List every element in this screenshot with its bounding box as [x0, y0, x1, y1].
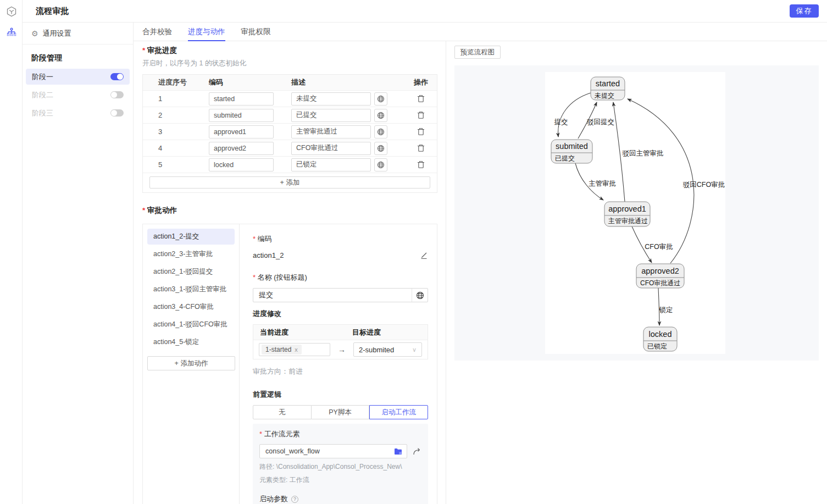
globe-icon[interactable]: [374, 109, 387, 122]
edit-icon[interactable]: [420, 251, 428, 259]
action-code-value: action1_2: [253, 251, 284, 259]
app-logo-icon[interactable]: [5, 5, 18, 18]
action-list-item[interactable]: action1_2-提交: [147, 229, 235, 245]
folder-icon[interactable]: [394, 448, 402, 455]
progress-section-title: 审批进度: [142, 46, 437, 56]
logic-tab-start-workflow[interactable]: 启动工作流: [369, 405, 428, 419]
add-progress-button[interactable]: + 添加: [149, 176, 430, 189]
add-action-button[interactable]: + 添加动作: [147, 356, 235, 370]
current-progress-input[interactable]: 1-started x: [259, 343, 330, 356]
desc-input[interactable]: [291, 158, 371, 171]
help-icon[interactable]: ?: [291, 496, 298, 503]
approval-direction-text: 审批方向：前进: [253, 367, 428, 376]
code-input[interactable]: [209, 92, 274, 106]
open-element-icon[interactable]: [413, 447, 421, 456]
table-row: 3: [143, 123, 437, 140]
action-list: action1_2-提交 action2_3-主管审批 action2_1-驳回…: [143, 224, 240, 504]
table-row: 5: [143, 156, 437, 173]
table-row: 4: [143, 140, 437, 156]
tab-merge-check[interactable]: 合并校验: [142, 23, 172, 41]
stage-3-toggle[interactable]: [110, 109, 124, 117]
page-header: 流程审批 保存: [23, 0, 827, 23]
delete-icon[interactable]: [417, 160, 425, 169]
svg-text:CFO审批: CFO审批: [645, 243, 673, 251]
desc-input[interactable]: [291, 109, 371, 122]
workflow-element-input[interactable]: [260, 447, 394, 455]
globe-icon[interactable]: [374, 158, 387, 171]
preview-column: 预览流程图 提交驳回提交主管审批驳回主管审批CFO审批驳回CFO审批锁定star…: [446, 41, 827, 504]
desc-input[interactable]: [291, 142, 371, 155]
start-params-label: 启动参数: [259, 494, 288, 504]
name-field-label: 名称 (按钮标题): [253, 273, 428, 283]
stage-2-toggle[interactable]: [110, 91, 124, 98]
sidebar-item-stage-3[interactable]: 阶段三: [26, 105, 130, 121]
progress-tag: 1-started x: [262, 345, 302, 355]
remove-tag-icon[interactable]: x: [295, 346, 298, 353]
svg-text:驳回CFO审批: 驳回CFO审批: [683, 181, 725, 189]
pre-logic-label: 前置逻辑: [253, 390, 428, 400]
arrow-right-icon: →: [330, 345, 353, 354]
svg-text:未提交: 未提交: [595, 92, 614, 99]
action-list-item[interactable]: action4_1-驳回CFO审批: [147, 317, 235, 333]
globe-icon[interactable]: [374, 125, 387, 139]
chevron-down-icon: ∨: [412, 346, 417, 353]
action-list-item[interactable]: action3_1-驳回主管审批: [147, 281, 235, 297]
name-input[interactable]: [253, 291, 412, 300]
preview-flow-button[interactable]: 预览流程图: [454, 46, 501, 59]
delete-icon[interactable]: [417, 111, 425, 119]
sidebar-item-stage-2[interactable]: 阶段二: [26, 87, 130, 103]
workflow-nav-icon[interactable]: [5, 26, 18, 38]
page-title: 流程审批: [36, 6, 69, 16]
globe-icon[interactable]: [374, 142, 387, 155]
row-seq: 5: [143, 160, 209, 169]
tab-progress-actions[interactable]: 进度与动作: [188, 23, 225, 41]
globe-icon[interactable]: [374, 92, 387, 106]
flow-node-submited: submited已提交: [551, 140, 592, 163]
pre-logic-segmented: 无 PY脚本 启动工作流: [253, 405, 428, 419]
desc-input[interactable]: [291, 125, 371, 139]
target-progress-select[interactable]: 2-submited ∨: [353, 342, 422, 357]
save-button[interactable]: 保存: [790, 4, 819, 18]
flow-diagram-svg: 提交驳回提交主管审批驳回主管审批CFO审批驳回CFO审批锁定started未提交…: [545, 72, 725, 354]
svg-text:started: started: [596, 79, 620, 88]
svg-text:提交: 提交: [554, 118, 568, 126]
sidebar-item-stage-1[interactable]: 阶段一: [26, 69, 130, 85]
delete-icon[interactable]: [417, 144, 425, 152]
tab-approval-permissions[interactable]: 审批权限: [241, 23, 271, 41]
action-list-item[interactable]: action3_4-CFO审批: [147, 299, 235, 315]
sidebar-item-general-settings[interactable]: ⚙ 通用设置: [23, 23, 133, 45]
action-list-item[interactable]: action4_5-锁定: [147, 334, 235, 350]
code-input[interactable]: [209, 125, 274, 139]
code-input[interactable]: [209, 158, 274, 171]
workflow-panel: 工作流元素 路径: \Consolidation_App\Consol_Proc…: [253, 424, 428, 504]
add-row: + 添加: [143, 173, 437, 192]
svg-text:submited: submited: [556, 142, 588, 151]
globe-icon[interactable]: [412, 289, 428, 302]
workflow-path-text: 路径: \Consolidation_App\Consol_Process_Ne…: [259, 462, 421, 472]
delete-icon[interactable]: [417, 95, 425, 103]
svg-text:驳回提交: 驳回提交: [587, 118, 614, 126]
sidebar: ⚙ 通用设置 阶段管理 阶段一 阶段二 阶段三: [23, 23, 134, 504]
table-row: 2: [143, 107, 437, 123]
general-settings-label: 通用设置: [43, 29, 71, 38]
desc-input[interactable]: [291, 92, 371, 106]
row-seq: 3: [143, 128, 209, 136]
logic-tab-none[interactable]: 无: [253, 405, 312, 419]
progress-table-header: 进度序号 编码 描述 操作: [143, 75, 437, 90]
workflow-type-text: 元素类型: 工作流: [259, 475, 421, 485]
action-list-item[interactable]: action2_1-驳回提交: [147, 264, 235, 280]
row-seq: 2: [143, 111, 209, 119]
flow-node-started: started未提交: [591, 77, 625, 100]
delete-icon[interactable]: [417, 128, 425, 136]
code-input[interactable]: [209, 109, 274, 122]
row-seq: 1: [143, 95, 209, 103]
actions-section-title: 审批动作: [142, 206, 437, 215]
action-list-item[interactable]: action2_3-主管审批: [147, 246, 235, 262]
main-area: 合并校验 进度与动作 审批权限 审批进度 开启时，以序号为 1 的状态初始化 进…: [134, 23, 827, 504]
action-detail: 编码 action1_2 名称 (按钮标题) 进度修改: [240, 224, 437, 504]
stage-1-toggle[interactable]: [110, 73, 124, 80]
svg-text:locked: locked: [649, 330, 672, 339]
code-input[interactable]: [209, 142, 274, 155]
flow-node-approved1: approved1主管审批通过: [604, 202, 650, 226]
logic-tab-py-script[interactable]: PY脚本: [312, 405, 370, 419]
